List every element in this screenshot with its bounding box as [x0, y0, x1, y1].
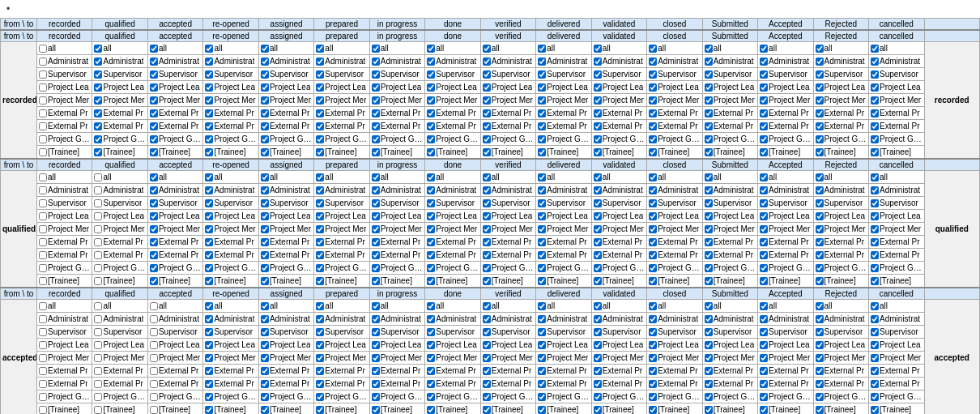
checkbox-recorded-closed-External Pr[interactable]: [649, 122, 657, 130]
checkbox-recorded-prepared-External Pr[interactable]: [316, 109, 324, 117]
checkbox-qualified-cancelled-External Pr[interactable]: [871, 251, 879, 259]
checkbox-qualified-done-all[interactable]: [427, 173, 435, 181]
checkbox-qualified-delivered-[Trainee][interactable]: [538, 277, 546, 285]
checkbox-recorded-cancelled-External Pr[interactable]: [871, 109, 879, 117]
checkbox-qualified-done-External Pr[interactable]: [427, 238, 435, 246]
checkbox-qualified-verified-Administrat[interactable]: [483, 186, 491, 194]
checkbox-accepted-re-opened-Project Lea[interactable]: [205, 341, 213, 349]
checkbox-qualified-validated-Project Lea[interactable]: [594, 212, 602, 220]
checkbox-recorded-accepted-External Pr[interactable]: [150, 109, 158, 117]
checkbox-accepted-accepted-[Trainee][interactable]: [150, 406, 158, 414]
checkbox-qualified-Rejected-[Trainee][interactable]: [816, 277, 824, 285]
checkbox-recorded-delivered-Supervisor[interactable]: [538, 70, 546, 79]
checkbox-qualified-Submitted-Project Mer[interactable]: [705, 225, 713, 233]
checkbox-recorded-recorded-all[interactable]: [39, 45, 47, 53]
checkbox-accepted-done-Administrat[interactable]: [427, 315, 435, 323]
checkbox-qualified-cancelled-Supervisor[interactable]: [871, 199, 879, 207]
checkbox-accepted-qualified-Supervisor[interactable]: [94, 328, 102, 336]
checkbox-recorded-Accepted-External Pr[interactable]: [760, 122, 768, 130]
checkbox-qualified-delivered-External Pr[interactable]: [538, 238, 546, 246]
checkbox-recorded-accepted-Project Mer[interactable]: [150, 96, 158, 105]
checkbox-qualified-Submitted-[Trainee][interactable]: [705, 277, 713, 285]
checkbox-accepted-cancelled-Project Gue[interactable]: [871, 393, 879, 401]
checkbox-accepted-Rejected-[Trainee][interactable]: [816, 406, 824, 414]
checkbox-qualified-Submitted-External Pr[interactable]: [705, 238, 713, 246]
checkbox-accepted-closed-Administrat[interactable]: [649, 315, 657, 323]
checkbox-accepted-qualified-all[interactable]: [94, 302, 102, 310]
checkbox-recorded-in progress-Supervisor[interactable]: [372, 70, 380, 79]
checkbox-accepted-recorded-Project Gue[interactable]: [39, 393, 47, 401]
checkbox-qualified-done-Project Gue[interactable]: [427, 264, 435, 272]
checkbox-recorded-in progress-Project Lea[interactable]: [372, 83, 380, 92]
checkbox-qualified-validated-External Pr[interactable]: [594, 251, 602, 259]
checkbox-accepted-validated-External Pr[interactable]: [594, 380, 602, 388]
checkbox-accepted-closed-Project Mer[interactable]: [649, 354, 657, 362]
checkbox-qualified-assigned-Project Mer[interactable]: [261, 225, 269, 233]
checkbox-qualified-done-Project Mer[interactable]: [427, 225, 435, 233]
checkbox-recorded-prepared-[Trainee][interactable]: [316, 148, 324, 156]
checkbox-accepted-re-opened-Project Gue[interactable]: [205, 393, 213, 401]
checkbox-accepted-done-Project Mer[interactable]: [427, 354, 435, 362]
checkbox-qualified-delivered-all[interactable]: [538, 173, 546, 181]
checkbox-recorded-cancelled-all[interactable]: [871, 45, 879, 53]
checkbox-qualified-qualified-Project Lea[interactable]: [94, 212, 102, 220]
checkbox-qualified-recorded-[Trainee][interactable]: [39, 277, 47, 285]
checkbox-recorded-accepted-Project Gue[interactable]: [150, 135, 158, 143]
checkbox-accepted-in progress-External Pr[interactable]: [372, 367, 380, 375]
checkbox-accepted-recorded-Administrat[interactable]: [39, 315, 47, 323]
checkbox-accepted-assigned-Administrat[interactable]: [261, 315, 269, 323]
checkbox-accepted-in progress-Administrat[interactable]: [372, 315, 380, 323]
checkbox-recorded-prepared-all[interactable]: [316, 45, 324, 53]
checkbox-accepted-in progress-Project Gue[interactable]: [372, 393, 380, 401]
checkbox-recorded-recorded-Project Mer[interactable]: [39, 96, 47, 105]
checkbox-recorded-assigned-all[interactable]: [261, 45, 269, 53]
checkbox-accepted-verified-Project Gue[interactable]: [483, 393, 491, 401]
checkbox-accepted-Submitted-Administrat[interactable]: [705, 315, 713, 323]
checkbox-qualified-recorded-Project Mer[interactable]: [39, 225, 47, 233]
checkbox-accepted-delivered-[Trainee][interactable]: [538, 406, 546, 414]
checkbox-accepted-validated-External Pr[interactable]: [594, 367, 602, 375]
checkbox-accepted-closed-External Pr[interactable]: [649, 367, 657, 375]
checkbox-qualified-assigned-Project Gue[interactable]: [261, 264, 269, 272]
checkbox-qualified-cancelled-Project Gue[interactable]: [871, 264, 879, 272]
checkbox-recorded-verified-Project Mer[interactable]: [483, 96, 491, 105]
checkbox-recorded-prepared-Supervisor[interactable]: [316, 70, 324, 79]
checkbox-recorded-cancelled-[Trainee][interactable]: [871, 148, 879, 156]
checkbox-qualified-qualified-Supervisor[interactable]: [94, 199, 102, 207]
checkbox-recorded-done-Project Mer[interactable]: [427, 96, 435, 105]
checkbox-recorded-qualified-Project Gue[interactable]: [94, 135, 102, 143]
checkbox-qualified-Rejected-Project Gue[interactable]: [816, 264, 824, 272]
checkbox-qualified-accepted-Project Mer[interactable]: [150, 225, 158, 233]
checkbox-accepted-Submitted-Project Gue[interactable]: [705, 393, 713, 401]
checkbox-qualified-verified-Project Gue[interactable]: [483, 264, 491, 272]
checkbox-accepted-qualified-Project Gue[interactable]: [94, 393, 102, 401]
checkbox-recorded-verified-all[interactable]: [483, 45, 491, 53]
checkbox-accepted-qualified-Project Mer[interactable]: [94, 354, 102, 362]
checkbox-qualified-assigned-Administrat[interactable]: [261, 186, 269, 194]
checkbox-recorded-cancelled-Administrat[interactable]: [871, 58, 879, 66]
checkbox-qualified-assigned-External Pr[interactable]: [261, 251, 269, 259]
checkbox-qualified-Accepted-Project Lea[interactable]: [760, 212, 768, 220]
checkbox-accepted-recorded-Project Mer[interactable]: [39, 354, 47, 362]
checkbox-recorded-accepted-[Trainee][interactable]: [150, 148, 158, 156]
checkbox-recorded-validated-Project Gue[interactable]: [594, 135, 602, 143]
checkbox-accepted-Accepted-Supervisor[interactable]: [760, 328, 768, 336]
checkbox-accepted-validated-Supervisor[interactable]: [594, 328, 602, 336]
checkbox-accepted-done-all[interactable]: [427, 302, 435, 310]
checkbox-qualified-delivered-Supervisor[interactable]: [538, 199, 546, 207]
checkbox-recorded-qualified-Project Mer[interactable]: [94, 96, 102, 105]
checkbox-qualified-in progress-Project Gue[interactable]: [372, 264, 380, 272]
checkbox-recorded-assigned-Administrat[interactable]: [261, 58, 269, 66]
checkbox-accepted-prepared-External Pr[interactable]: [316, 367, 324, 375]
checkbox-accepted-accepted-Project Lea[interactable]: [150, 341, 158, 349]
checkbox-recorded-prepared-Project Gue[interactable]: [316, 135, 324, 143]
checkbox-qualified-in progress-all[interactable]: [372, 173, 380, 181]
checkbox-accepted-recorded-Project Lea[interactable]: [39, 341, 47, 349]
checkbox-recorded-re-opened-Project Lea[interactable]: [205, 83, 213, 92]
checkbox-recorded-re-opened-External Pr[interactable]: [205, 109, 213, 117]
checkbox-qualified-closed-[Trainee][interactable]: [649, 277, 657, 285]
checkbox-recorded-accepted-External Pr[interactable]: [150, 122, 158, 130]
checkbox-recorded-Accepted-Project Lea[interactable]: [760, 83, 768, 92]
checkbox-recorded-accepted-Project Lea[interactable]: [150, 83, 158, 92]
checkbox-qualified-qualified-Administrat[interactable]: [94, 186, 102, 194]
